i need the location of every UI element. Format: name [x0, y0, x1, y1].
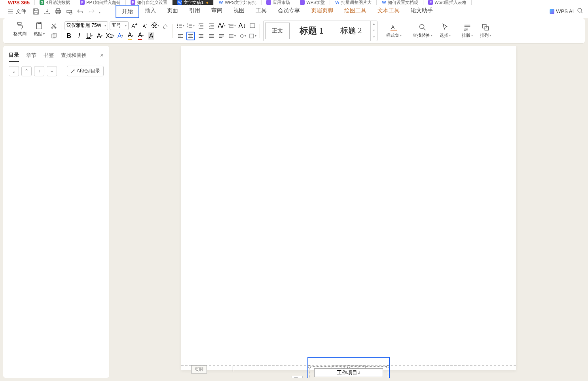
increase-indent-button[interactable] — [207, 21, 216, 30]
doc-tab[interactable]: 应用市场 — [262, 0, 295, 5]
superscript-button[interactable]: X2▾ — [106, 32, 114, 40]
svg-rect-19 — [250, 34, 254, 38]
copy-button[interactable] — [49, 32, 58, 40]
styles-down-button[interactable]: ▾ — [371, 27, 377, 34]
resize-handle[interactable] — [386, 365, 389, 368]
format-painter-button[interactable]: 格式刷 — [11, 21, 29, 41]
add-heading-button[interactable]: + — [34, 66, 44, 76]
sort-button[interactable]: A↓ — [238, 21, 247, 30]
cut-button[interactable] — [49, 21, 58, 30]
justify-button[interactable] — [207, 32, 216, 40]
tab-page[interactable]: 页面 — [161, 5, 184, 18]
remove-heading-button[interactable]: − — [47, 66, 57, 76]
tab-header-footer[interactable]: 页眉页脚 — [305, 5, 339, 18]
strikethrough-button[interactable]: A▾ — [95, 32, 104, 40]
style-set-button[interactable]: A 样式集▾ — [384, 22, 404, 39]
footer-text[interactable]: 工作项目↲ — [314, 368, 383, 377]
clear-format-button[interactable] — [161, 21, 170, 30]
styles-up-button[interactable]: ▴ — [371, 21, 377, 27]
export-icon[interactable] — [44, 8, 51, 15]
style-h1[interactable]: 标题 1 — [293, 23, 330, 39]
print-icon[interactable] — [55, 8, 62, 15]
spacing-icon — [228, 23, 234, 29]
sidebar-tab-toc[interactable]: 目录 — [9, 49, 19, 62]
change-case-button[interactable]: 变▾ — [151, 21, 159, 30]
italic-button[interactable]: I — [75, 32, 83, 40]
decrease-indent-button[interactable] — [197, 21, 205, 30]
select-button[interactable]: 选择▾ — [437, 22, 453, 39]
font-size-select[interactable]: 五号▾ — [110, 21, 129, 30]
scrollbar-track[interactable] — [582, 46, 588, 378]
print-preview-icon[interactable] — [66, 8, 73, 15]
align-right-button[interactable] — [197, 32, 205, 40]
file-menu[interactable]: 文件 — [5, 8, 29, 15]
highlight-button[interactable]: A▾ — [126, 32, 135, 40]
undo-icon[interactable]: ▾ — [77, 8, 84, 15]
numbering-button[interactable]: 123▾ — [186, 21, 195, 30]
wps-ai-button[interactable]: WPS AI — [550, 8, 574, 14]
collapse-all-button[interactable]: ⌃ — [21, 66, 32, 76]
doc-tab[interactable]: W批量调整图片大 — [330, 0, 377, 5]
resize-handle[interactable] — [308, 365, 311, 368]
doc-tab[interactable]: WPS学堂 — [295, 0, 330, 5]
line-spacing-button[interactable]: ▾ — [228, 21, 236, 30]
distribute-button[interactable] — [217, 32, 226, 40]
grow-font-button[interactable]: A+ — [130, 21, 139, 30]
styles-gallery[interactable]: 正文 标题 1 标题 2 ▴ ▾ ▿ — [263, 21, 377, 41]
text-direction-button[interactable]: A/▾ — [217, 21, 226, 30]
expand-all-button[interactable]: ⌄ — [9, 66, 19, 76]
tab-insert[interactable]: 插入 — [139, 5, 161, 18]
tabs-button[interactable]: ▾ — [228, 32, 236, 40]
font-name-select[interactable]: 汉仪雅酷黑 75W▾ — [64, 21, 108, 30]
tab-reference[interactable]: 引用 — [184, 5, 206, 18]
underline-button[interactable]: U▾ — [85, 32, 94, 40]
doc-tab[interactable]: P如何自定义设置 — [126, 0, 173, 5]
tab-thesis-helper[interactable]: 论文助手 — [405, 5, 438, 18]
align-center-button[interactable] — [186, 32, 195, 40]
tab-text-tools[interactable]: 文本工具 — [372, 5, 405, 18]
tab-tools[interactable]: 工具 — [250, 5, 272, 18]
arrange-button[interactable]: 排列▾ — [478, 22, 493, 39]
resize-handle[interactable] — [347, 365, 350, 368]
layout-options-button[interactable]: ▾ — [292, 376, 303, 378]
search-icon[interactable] — [577, 8, 583, 15]
style-body[interactable]: 正文 — [265, 23, 290, 39]
paste-button[interactable]: 粘贴▾ — [31, 21, 47, 41]
doc-tab-active[interactable]: W文字文稿1 ● — [173, 0, 214, 5]
redo-icon[interactable] — [88, 8, 95, 15]
doc-tab[interactable]: PPPT如何插入超链 — [75, 0, 126, 5]
char-shading-button[interactable]: A — [147, 32, 156, 40]
align-left-button[interactable] — [176, 32, 185, 40]
sidebar-tab-chapters[interactable]: 章节 — [26, 49, 36, 61]
doc-tab[interactable]: PWord里插入表格 — [423, 0, 472, 5]
sidebar-close-button[interactable]: × — [100, 52, 104, 59]
show-marks-button[interactable] — [248, 21, 257, 30]
shading-button[interactable]: ▾ — [238, 32, 247, 40]
shrink-font-button[interactable]: A- — [140, 21, 149, 30]
doc-tab[interactable]: S4月清洗数据 — [35, 0, 75, 5]
borders-button[interactable]: ▾ — [248, 32, 257, 40]
layout-button[interactable]: A≡ 排版▾ — [459, 22, 475, 39]
tab-review[interactable]: 审阅 — [206, 5, 228, 18]
save-icon[interactable] — [32, 8, 40, 15]
tab-member[interactable]: 会员专享 — [272, 5, 305, 18]
pilcrow-icon — [249, 23, 256, 29]
doc-tab[interactable]: WWPS文字如何批 — [214, 0, 262, 5]
styles-expand-button[interactable]: ▿ — [371, 34, 377, 40]
bullets-button[interactable]: ▾ — [176, 21, 185, 30]
document-canvas[interactable]: 页脚 # 插入页码▾ 工作项目↲ — [109, 46, 588, 378]
tab-home[interactable]: 开始 — [116, 5, 139, 18]
text-effects-button[interactable]: A▾ — [116, 32, 125, 40]
sidebar-tab-bookmarks[interactable]: 书签 — [44, 49, 54, 61]
style-h2[interactable]: 标题 2 — [334, 23, 369, 39]
ai-toc-button[interactable]: AI识别目录 — [67, 66, 104, 76]
more-quick-icon[interactable]: ▾ — [99, 8, 106, 15]
font-color-button[interactable]: A▾ — [137, 32, 145, 40]
bold-button[interactable]: B — [64, 32, 73, 40]
find-replace-button[interactable]: 查找替换▾ — [410, 22, 435, 39]
tab-view[interactable]: 视图 — [228, 5, 250, 18]
sidebar-tab-find[interactable]: 查找和替换 — [61, 49, 87, 61]
tab-drawing-tools[interactable]: 绘图工具 — [339, 5, 372, 18]
doc-tab[interactable]: W如何设置文档规 — [377, 0, 423, 5]
footer-textbox[interactable]: 工作项目↲ — [309, 366, 388, 378]
